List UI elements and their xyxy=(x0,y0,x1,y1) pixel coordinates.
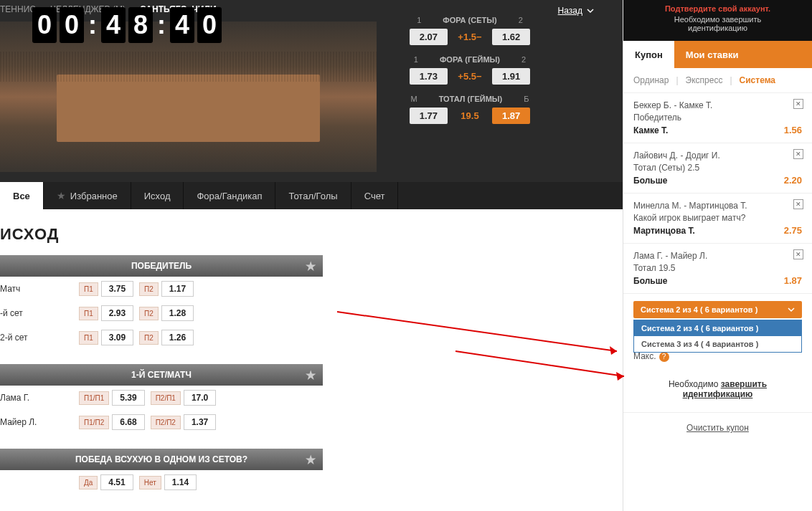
tab-favorites[interactable]: ★Избранное xyxy=(44,182,131,209)
tab-outcome[interactable]: Исход xyxy=(131,182,184,209)
row-label: Майер Л. xyxy=(0,417,79,427)
row-label: Матч xyxy=(0,284,79,294)
tab-all[interactable]: Все xyxy=(0,182,44,209)
odds-button[interactable]: 1.73 xyxy=(410,68,448,85)
odds-button[interactable]: 1.77 xyxy=(410,108,448,124)
finish-link[interactable]: идентификацию xyxy=(683,389,753,399)
bet-odd: 1.56 xyxy=(784,125,802,135)
match-timer: 0 0 : 4 8 : 4 0 xyxy=(32,7,222,43)
system-option[interactable]: Система 3 из 4 ( 4 вариантов ) xyxy=(634,336,801,352)
market-row: Матч П13.75 П21.17 xyxy=(0,277,323,301)
video-stream[interactable] xyxy=(0,22,377,172)
bet-pick: Больше xyxy=(633,276,667,286)
system-option[interactable]: Система 2 из 4 ( 6 вариантов ) xyxy=(634,320,801,336)
bet-pick: Камке Т. xyxy=(633,125,668,135)
bet-odd[interactable]: 3.75 xyxy=(101,281,133,297)
odds-col-1: 1 xyxy=(414,55,418,64)
bet-market: Какой игрок выиграет матч? xyxy=(633,213,802,223)
market-set1: 1-Й СЕТ/МАТЧ ★ Лама Г. П1/П15.39 П2/П117… xyxy=(0,364,623,434)
breadcrumb-l1[interactable]: ТЕННИС xyxy=(0,4,36,14)
timer-digit: 4 xyxy=(170,7,194,43)
bet-item: ✕ Лама Г. - Майер Л. Тотал 19.5 Больше1.… xyxy=(623,244,812,294)
system-label: Система 2 из 4 ( 6 вариантов ) xyxy=(641,305,757,314)
tab-score[interactable]: Счет xyxy=(351,182,399,209)
market-header[interactable]: ПОБЕДИТЕЛЬ ★ xyxy=(0,255,323,277)
bet-tag: Нет xyxy=(139,476,161,489)
star-icon[interactable]: ★ xyxy=(306,368,316,382)
bet-odd[interactable]: 4.51 xyxy=(100,474,133,490)
timer-colon: : xyxy=(156,7,167,43)
bet-odd[interactable]: 1.17 xyxy=(161,281,194,297)
bet-tag: Да xyxy=(79,476,98,489)
odds-col-2: 2 xyxy=(519,16,523,24)
odds-button-active[interactable]: 1.87 xyxy=(492,108,530,124)
finish-pre: Необходимо xyxy=(669,379,721,389)
tab-handicap[interactable]: Фора/Гандикап xyxy=(184,182,275,209)
bet-type-single[interactable]: Ординар xyxy=(633,75,669,85)
tab-total[interactable]: Тотал/Голы xyxy=(275,182,351,209)
tab-coupon[interactable]: Купон xyxy=(623,41,674,68)
star-icon[interactable]: ★ xyxy=(306,259,316,273)
close-icon[interactable]: ✕ xyxy=(793,199,803,209)
back-link[interactable]: Назад xyxy=(558,6,594,16)
bet-tag: П2/П1 xyxy=(151,391,181,405)
market-row: -й сет П12.93 П21.28 xyxy=(0,301,323,325)
bet-odd[interactable]: 17.0 xyxy=(184,390,216,406)
odds-handicap: +5.5− xyxy=(456,71,483,82)
bet-type-express[interactable]: Экспресс xyxy=(686,75,723,85)
bet-odd: 2.75 xyxy=(784,225,802,236)
odds-button[interactable]: 1.62 xyxy=(492,29,530,45)
close-icon[interactable]: ✕ xyxy=(793,149,803,159)
betslip-sidebar: Подтвердите свой аккаунт. Необходимо зав… xyxy=(623,0,812,511)
star-icon: ★ xyxy=(57,190,66,201)
tab-mybets[interactable]: Мои ставки xyxy=(674,41,750,68)
bet-odd[interactable]: 6.68 xyxy=(112,414,144,430)
bet-type-system[interactable]: Система xyxy=(740,75,776,85)
clear-coupon-link[interactable]: Очистить купон xyxy=(623,412,812,443)
finish-link[interactable]: завершить xyxy=(721,379,767,389)
bet-item: ✕ Минелла М. - Мартинцова Т. Какой игрок… xyxy=(623,194,812,244)
star-icon[interactable]: ★ xyxy=(306,453,316,467)
verify-banner[interactable]: Подтвердите свой аккаунт. Необходимо зав… xyxy=(623,0,812,41)
bet-item: ✕ Лайович Д. - Додиг И. Тотал (Сеты) 2.5… xyxy=(623,143,812,194)
bet-odd[interactable]: 1.26 xyxy=(161,330,194,345)
market-clean: ПОБЕДА ВСУХУЮ В ОДНОМ ИЗ СЕТОВ? ★ Да4.51… xyxy=(0,449,623,495)
bet-tag: П1 xyxy=(79,282,98,296)
tab-label: Тотал/Голы xyxy=(288,191,337,201)
tab-label: Мои ставки xyxy=(686,49,739,60)
bet-tag: П2/П2 xyxy=(151,416,181,429)
bet-match: Лама Г. - Майер Л. xyxy=(633,251,802,261)
timer-digit: 0 xyxy=(32,7,57,43)
bet-odd[interactable]: 3.09 xyxy=(101,330,133,345)
chevron-down-icon xyxy=(587,7,594,14)
system-dropdown[interactable]: Система 2 из 4 ( 6 вариантов ) xyxy=(633,301,802,318)
bet-tag: П1/П1 xyxy=(79,391,109,405)
market-winner: ПОБЕДИТЕЛЬ ★ Матч П13.75 П21.17 -й сет П… xyxy=(0,255,623,350)
help-icon[interactable]: ? xyxy=(659,352,669,362)
bet-match: Лайович Д. - Додиг И. xyxy=(633,151,802,161)
bet-odd[interactable]: 1.28 xyxy=(161,305,194,321)
market-header[interactable]: ПОБЕДА ВСУХУЮ В ОДНОМ ИЗ СЕТОВ? ★ xyxy=(0,449,323,470)
odds-mid-label: ТОТАЛ (ГЕЙМЫ) xyxy=(439,95,503,103)
bet-odd[interactable]: 1.37 xyxy=(184,414,216,430)
odds-button[interactable]: 2.07 xyxy=(410,29,448,45)
market-row: Лама Г. П1/П15.39 П2/П117.0 xyxy=(0,386,323,410)
bet-odd[interactable]: 2.93 xyxy=(101,305,133,321)
market-row: 2-й сет П13.09 П21.26 xyxy=(0,325,323,350)
bet-tag: П1 xyxy=(79,307,98,320)
close-icon[interactable]: ✕ xyxy=(793,249,803,259)
odds-button[interactable]: 1.91 xyxy=(492,68,530,85)
timer-digit: 4 xyxy=(101,7,126,43)
tab-label: Избранное xyxy=(70,191,118,201)
markets-tabs: Все ★Избранное Исход Фора/Гандикап Тотал… xyxy=(0,182,623,209)
close-icon[interactable]: ✕ xyxy=(793,99,803,109)
odds-handicap: +1.5− xyxy=(456,32,483,42)
bet-odd[interactable]: 1.14 xyxy=(164,474,197,490)
odds-mid-label: ФОРА (ГЕЙМЫ) xyxy=(440,55,500,64)
market-row: Майер Л. П1/П26.68 П2/П21.37 xyxy=(0,410,323,434)
chevron-down-icon xyxy=(788,306,795,313)
bet-odd[interactable]: 5.39 xyxy=(112,390,144,406)
section-title: ИСХОД xyxy=(0,225,623,244)
market-header[interactable]: 1-Й СЕТ/МАТЧ ★ xyxy=(0,364,323,386)
bet-pick: Больше xyxy=(633,176,667,186)
